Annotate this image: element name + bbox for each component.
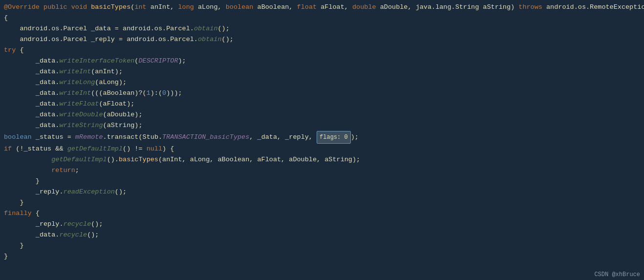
- keyword-throws: throws: [518, 2, 542, 13]
- annotation: @Override: [4, 2, 40, 13]
- code-line-9: _data. writeInt (((aBoolean)?(1):(0)));: [0, 88, 644, 99]
- code-line-8: _data. writeLong (aLong);: [0, 77, 644, 88]
- type-boolean: boolean: [226, 2, 254, 13]
- code-line-24: }: [0, 251, 644, 262]
- code-line-1: @Override public void basicTypes ( int a…: [0, 2, 644, 13]
- code-line-7: _data. writeInt (anInt);: [0, 66, 644, 77]
- type-boolean-2: boolean: [4, 132, 32, 143]
- code-line-20: finally {: [0, 208, 644, 219]
- code-line-12: _data. writeString (aString);: [0, 120, 644, 131]
- code-line-18: _reply. readException ();: [0, 187, 644, 197]
- type-int: int: [134, 2, 146, 13]
- constant-descriptor: DESCRIPTOR: [138, 56, 178, 66]
- type-long: long: [178, 2, 194, 13]
- watermark: CSDN @xhBruce: [594, 271, 640, 278]
- code-line-15: getDefaultImpl (). basicTypes (anInt, aL…: [0, 154, 644, 165]
- code-line-10: _data. writeFloat (aFloat);: [0, 99, 644, 109]
- code-line-4: android.os.Parcel _reply = android.os.Pa…: [0, 34, 644, 45]
- keyword-return: return: [51, 165, 75, 176]
- code-line-22: _data. recycle ();: [0, 230, 644, 240]
- code-line-19: }: [0, 197, 644, 208]
- keyword-try: try: [4, 45, 16, 56]
- method-basicTypes: basicTypes: [119, 154, 158, 165]
- code-line-21: _reply. recycle ();: [0, 219, 644, 230]
- keyword-void: void: [71, 2, 87, 13]
- code-line-14: if (!_status && getDefaultImpl () != nul…: [0, 144, 644, 154]
- mRemote: mRemote: [75, 132, 103, 143]
- keyword-if: if: [4, 144, 12, 154]
- keyword-null: null: [147, 144, 162, 154]
- code-line-3: android.os.Parcel _data = android.os.Par…: [0, 23, 644, 34]
- code-line-11: _data. writeDouble (aDouble);: [0, 109, 644, 120]
- code-line-16: return ;: [0, 165, 644, 176]
- tooltip-flags: flags: 0: [317, 131, 351, 144]
- code-line-2: {: [0, 13, 644, 23]
- code-line-23: }: [0, 240, 644, 251]
- code-line-6: _data. writeInterfaceToken ( DESCRIPTOR …: [0, 56, 644, 66]
- transaction-const: TRANSACTION_basicTypes: [162, 132, 249, 143]
- type-double: double: [352, 2, 376, 13]
- code-line-13: boolean _status = mRemote .transact(Stub…: [0, 131, 644, 144]
- keyword-finally: finally: [4, 208, 32, 219]
- code-editor: @Override public void basicTypes ( int a…: [0, 0, 644, 280]
- code-line-17: }: [0, 176, 644, 187]
- method-name: basicTypes: [91, 2, 130, 13]
- keyword-public: public: [43, 2, 67, 13]
- type-float: float: [297, 2, 317, 13]
- code-line-5: try {: [0, 45, 644, 56]
